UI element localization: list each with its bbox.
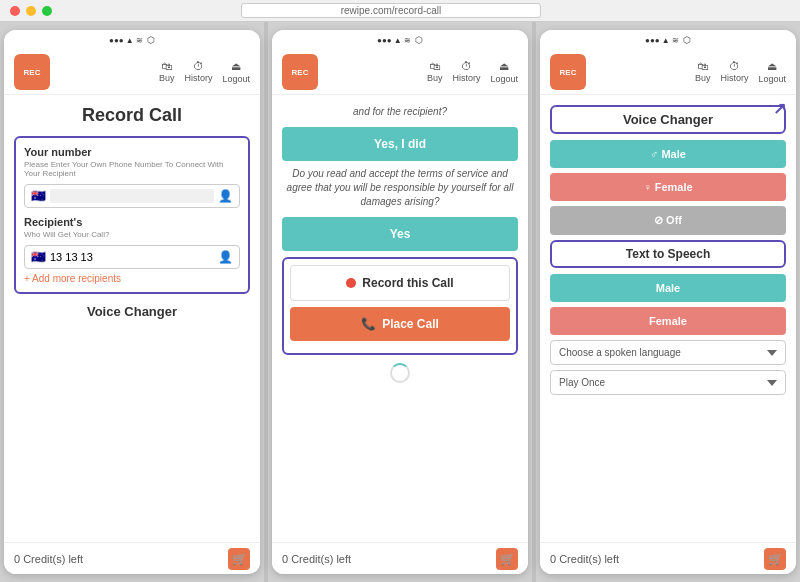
credits-left-2: 0 Credit(s) left [282, 553, 351, 565]
nav-history-3[interactable]: ⏱ History [720, 60, 748, 84]
panel3-content: Voice Changer ↗ ♂ Male ♀ Female ⊘ Off Te… [540, 95, 796, 542]
place-call-button[interactable]: 📞 Place Call [290, 307, 510, 341]
app-logo-3: REC [550, 54, 586, 90]
main-area: ●●● ▲ ≋ ⬡ REC 🛍 Buy ⏱ History ⏏ Logout [0, 22, 800, 582]
nav-1: 🛍 Buy ⏱ History ⏏ Logout [159, 60, 250, 84]
nav-buy-2[interactable]: 🛍 Buy [427, 60, 443, 84]
question1-text: and for the recipient? [282, 105, 518, 119]
record-dot-icon [346, 278, 356, 288]
recipients-sublabel: Who Will Get Your Call? [24, 230, 240, 239]
recipients-label: Recipient's [24, 216, 240, 228]
page-title-1: Record Call [14, 105, 250, 126]
url-bar[interactable]: rewipe.com/record-call [241, 3, 541, 18]
bottom-bar-2: 0 Credit(s) left 🛒 [272, 542, 528, 574]
app-header-3: REC 🛍 Buy ⏱ History ⏏ Logout [540, 50, 796, 95]
close-button[interactable] [10, 6, 20, 16]
credits-left-3: 0 Credit(s) left [550, 553, 619, 565]
nav-history-2[interactable]: ⏱ History [452, 60, 480, 84]
flag-icon-1: 🇦🇺 [31, 189, 46, 203]
panel-record-call: ●●● ▲ ≋ ⬡ REC 🛍 Buy ⏱ History ⏏ Logout [4, 30, 260, 574]
panel-voice-changer: ●●● ▲ ≋ ⬡ REC 🛍 Buy ⏱ History ⏏ Logout [540, 30, 796, 574]
female-voice-button[interactable]: ♀ Female [550, 173, 786, 201]
your-number-input-row[interactable]: 🇦🇺 👤 [24, 184, 240, 208]
nav-3: 🛍 Buy ⏱ History ⏏ Logout [695, 60, 786, 84]
history-icon-3: ⏱ [729, 60, 740, 72]
status-bar-1: ●●● ▲ ≋ ⬡ [4, 30, 260, 50]
logout-icon-3: ⏏ [767, 60, 777, 73]
arrow-up-icon: ↗ [773, 99, 786, 118]
voice-changer-header: Voice Changer ↗ [550, 105, 786, 134]
bottom-bar-1: 0 Credit(s) left 🛒 [4, 542, 260, 574]
loading-spinner [390, 363, 410, 383]
tts-label: Text to Speech [550, 240, 786, 268]
bottom-bar-3: 0 Credit(s) left 🛒 [540, 542, 796, 574]
contact-icon-1: 👤 [218, 189, 233, 203]
language-select[interactable]: Choose a spoken language [550, 340, 786, 365]
nav-history-1[interactable]: ⏱ History [184, 60, 212, 84]
credits-left-1: 0 Credit(s) left [14, 553, 83, 565]
buy-icon-2: 🛍 [429, 60, 440, 72]
battery-icon-3: ⬡ [683, 35, 691, 45]
voice-changer-label-1: Voice Changer [14, 304, 250, 319]
add-recipients-link[interactable]: + Add more recipients [24, 273, 240, 284]
app-header-1: REC 🛍 Buy ⏱ History ⏏ Logout [4, 50, 260, 95]
panel2-content: and for the recipient? Yes, I did Do you… [272, 95, 528, 542]
battery-icon-2: ⬡ [415, 35, 423, 45]
buy-icon: 🛍 [161, 60, 172, 72]
buy-icon-3: 🛍 [697, 60, 708, 72]
cart-button-2[interactable]: 🛒 [496, 548, 518, 570]
phone-icon: 📞 [361, 317, 376, 331]
browser-bar: rewipe.com/record-call [0, 0, 800, 22]
panel-place-call: ●●● ▲ ≋ ⬡ REC 🛍 Buy ⏱ History ⏏ Logout [272, 30, 528, 574]
logout-icon: ⏏ [231, 60, 241, 73]
question2-text: Do you read and accept the terms of serv… [282, 167, 518, 209]
app-header-2: REC 🛍 Buy ⏱ History ⏏ Logout [272, 50, 528, 95]
app-logo-1: REC [14, 54, 50, 90]
cart-button-1[interactable]: 🛒 [228, 548, 250, 570]
yes-button[interactable]: Yes [282, 217, 518, 251]
logout-icon-2: ⏏ [499, 60, 509, 73]
traffic-lights [10, 6, 52, 16]
signal-icons-3: ●●● ▲ ≋ [645, 36, 679, 45]
recipients-value: 13 13 13 [50, 251, 214, 263]
history-icon-2: ⏱ [461, 60, 472, 72]
flag-icon-2: 🇦🇺 [31, 250, 46, 264]
your-number-label: Your number [24, 146, 240, 158]
battery-icon: ⬡ [147, 35, 155, 45]
app-logo-2: REC [282, 54, 318, 90]
signal-icons-2: ●●● ▲ ≋ [377, 36, 411, 45]
status-bar-3: ●●● ▲ ≋ ⬡ [540, 30, 796, 50]
tts-male-button[interactable]: Male [550, 274, 786, 302]
panel1-content: Record Call Your number Please Enter You… [4, 95, 260, 542]
nav-buy-3[interactable]: 🛍 Buy [695, 60, 711, 84]
nav-logout-1[interactable]: ⏏ Logout [222, 60, 250, 84]
cart-button-3[interactable]: 🛒 [764, 548, 786, 570]
nav-logout-3[interactable]: ⏏ Logout [758, 60, 786, 84]
status-bar-2: ●●● ▲ ≋ ⬡ [272, 30, 528, 50]
history-icon: ⏱ [193, 60, 204, 72]
male-voice-button[interactable]: ♂ Male [550, 140, 786, 168]
play-once-select[interactable]: Play Once [550, 370, 786, 395]
contact-icon-2: 👤 [218, 250, 233, 264]
tts-female-button[interactable]: Female [550, 307, 786, 335]
your-number-input[interactable] [50, 189, 214, 203]
record-this-call-button[interactable]: Record this Call [290, 265, 510, 301]
yes-i-did-button[interactable]: Yes, I did [282, 127, 518, 161]
record-call-box: Record this Call 📞 Place Call [282, 257, 518, 355]
separator-1 [264, 22, 268, 582]
off-voice-button[interactable]: ⊘ Off [550, 206, 786, 235]
signal-icons: ●●● ▲ ≋ [109, 36, 143, 45]
nav-2: 🛍 Buy ⏱ History ⏏ Logout [427, 60, 518, 84]
maximize-button[interactable] [42, 6, 52, 16]
minimize-button[interactable] [26, 6, 36, 16]
recipients-input-row[interactable]: 🇦🇺 13 13 13 👤 [24, 245, 240, 269]
your-number-sublabel: Please Enter Your Own Phone Number To Co… [24, 160, 240, 178]
your-number-section: Your number Please Enter Your Own Phone … [14, 136, 250, 294]
separator-2 [532, 22, 536, 582]
nav-logout-2[interactable]: ⏏ Logout [490, 60, 518, 84]
nav-buy-1[interactable]: 🛍 Buy [159, 60, 175, 84]
